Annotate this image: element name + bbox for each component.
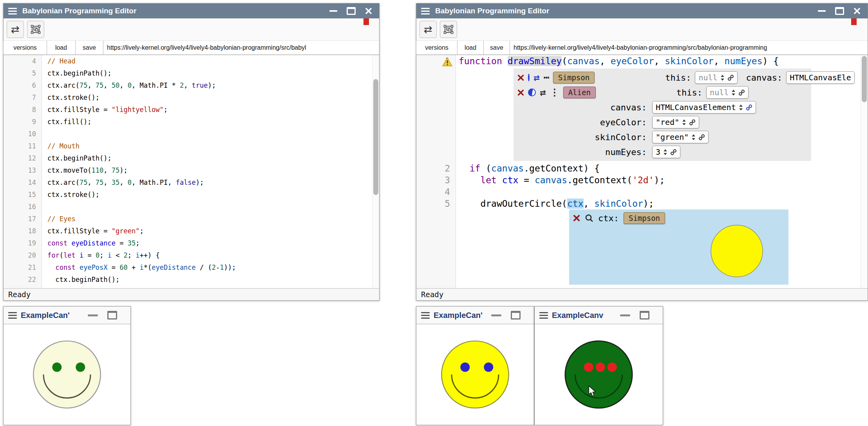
code-line[interactable]: 20for(let i = 0; i < 2; i++) { — [4, 249, 379, 262]
delete-example-icon[interactable] — [517, 74, 524, 81]
swap-arrows-button[interactable]: ⇄ — [420, 21, 437, 38]
url-field[interactable]: https://lively-kernel.org/lively4/lively… — [103, 41, 379, 55]
code-line[interactable]: 12ctx.beginPath(); — [4, 152, 379, 164]
code-line[interactable]: 15ctx.stroke(); — [4, 189, 379, 201]
more-options-icon[interactable]: ⋯ — [544, 73, 549, 82]
warning-icon[interactable] — [442, 57, 452, 67]
maximize-button[interactable] — [347, 7, 356, 15]
this-value-widget[interactable]: null — [706, 86, 749, 99]
spinner-icon[interactable] — [663, 149, 667, 155]
code-line[interactable]: 3 let ctx = canvas.getContext('2d'); — [416, 174, 868, 186]
maximize-button[interactable] — [511, 311, 521, 320]
close-button[interactable] — [365, 7, 372, 14]
hamburger-icon[interactable] — [421, 312, 430, 319]
title-bar[interactable]: Babylonian Programming Editor — [416, 4, 868, 18]
group-select-button[interactable] — [440, 21, 457, 38]
hamburger-icon[interactable] — [421, 8, 430, 14]
title-bar[interactable]: ExampleCan' — [416, 307, 534, 324]
code-line[interactable]: 16 — [4, 201, 379, 213]
example-toggle-icon[interactable] — [528, 88, 536, 96]
example-toggle-icon[interactable] — [528, 74, 530, 81]
load-button[interactable]: load — [47, 41, 76, 55]
link-icon[interactable] — [698, 134, 705, 141]
minimize-button[interactable] — [620, 314, 630, 316]
scrollbar-thumb[interactable] — [373, 79, 378, 195]
code-line[interactable]: 22 ctx.beginPath(); — [4, 274, 379, 286]
link-icon[interactable] — [727, 74, 734, 81]
hamburger-icon[interactable] — [8, 312, 17, 319]
code-line[interactable]: 4 — [416, 186, 868, 198]
code-line[interactable]: 21 const eyePosX = 60 + i*(eyeDistance /… — [4, 262, 379, 274]
minimize-button[interactable] — [818, 10, 826, 12]
url-field[interactable]: https://lively-kernel.org/lively4/lively… — [510, 41, 868, 55]
load-button[interactable]: load — [457, 41, 484, 55]
code-line[interactable]: 17// Eyes — [4, 213, 379, 225]
code-line[interactable]: 9ctx.fill(); — [4, 116, 379, 128]
trace-arrows-icon[interactable]: ⇄ — [533, 72, 540, 83]
this-value-widget[interactable]: null — [695, 71, 737, 84]
maximize-button[interactable] — [835, 7, 844, 15]
link-icon[interactable] — [670, 149, 677, 155]
maximize-button[interactable] — [640, 311, 649, 320]
code-line[interactable]: 11// Mouth — [4, 140, 379, 152]
example-badge-simpson[interactable]: Simpson — [553, 72, 595, 83]
param-value-widget[interactable]: "green" — [652, 131, 709, 143]
code-line[interactable]: 19const eyeDistance = 35; — [4, 237, 379, 249]
code-line[interactable]: 2 if (canvas.getContext) { — [416, 162, 868, 174]
swap-arrows-button[interactable]: ⇄ — [7, 21, 24, 38]
spinner-icon[interactable] — [731, 89, 736, 96]
code-line[interactable]: 4// Head — [4, 55, 379, 67]
minimize-button[interactable] — [88, 314, 98, 316]
hamburger-icon[interactable] — [539, 312, 548, 319]
spinner-icon[interactable] — [720, 74, 725, 81]
scrollbar-track[interactable] — [372, 55, 379, 288]
canvas-value-widget[interactable]: HTMLCanvasEle — [786, 71, 855, 84]
code-line[interactable]: 18ctx.fillStyle = "green"; — [4, 225, 379, 237]
code-line[interactable]: 7ctx.stroke(); — [4, 92, 379, 104]
probe-badge-simpson[interactable]: Simpson — [624, 212, 665, 224]
minimize-button[interactable] — [491, 314, 501, 316]
code-line[interactable]: 8ctx.fillStyle = "lightyellow"; — [4, 104, 379, 116]
code-line[interactable]: 13ctx.moveTo(110, 75); — [4, 164, 379, 177]
versions-button[interactable]: versions — [3, 41, 47, 55]
link-icon[interactable] — [689, 119, 696, 126]
code-line[interactable]: 5ctx.beginPath(); — [4, 67, 379, 79]
code-line[interactable]: 6ctx.arc(75, 75, 50, 0, Math.PI * 2, tru… — [4, 79, 379, 92]
example-badge-alien[interactable]: Alien — [563, 87, 596, 98]
scrollbar-track[interactable] — [861, 55, 868, 288]
param-value-widget[interactable]: HTMLCanvasElement — [652, 101, 756, 114]
delete-example-icon[interactable] — [517, 89, 524, 96]
close-button[interactable] — [854, 7, 861, 14]
group-select-button[interactable] — [27, 21, 44, 38]
code-line[interactable]: 1function drawSmiley(canvas, eyeColor, s… — [416, 55, 868, 67]
title-bar[interactable]: Babylonian Programming Editor — [4, 4, 379, 18]
param-value-widget[interactable]: "red" — [652, 116, 699, 128]
spinner-icon[interactable] — [682, 119, 686, 126]
link-icon[interactable] — [738, 89, 745, 96]
code-editor[interactable]: 4// Head5ctx.beginPath();6ctx.arc(75, 75… — [4, 55, 379, 288]
param-label: numEyes: — [517, 147, 647, 157]
param-value-widget[interactable]: 3 — [652, 146, 680, 158]
minimize-button[interactable] — [329, 10, 337, 12]
param-value: HTMLCanvasElement — [656, 103, 736, 112]
trace-arrows-icon[interactable]: ⇄ — [540, 87, 546, 97]
maximize-button[interactable] — [107, 311, 117, 320]
save-button[interactable]: save — [75, 41, 103, 55]
save-button[interactable]: save — [483, 41, 510, 55]
title-bar[interactable]: ExampleCanv — [535, 307, 663, 324]
code-text: function drawSmiley(canvas, eyeColor, sk… — [456, 55, 779, 67]
magnifier-icon[interactable] — [585, 214, 593, 222]
more-options-icon[interactable]: ⋮ — [550, 88, 559, 97]
spinner-icon[interactable] — [691, 134, 696, 141]
delete-probe-icon[interactable] — [573, 215, 580, 222]
hamburger-icon[interactable] — [8, 8, 17, 14]
code-line[interactable]: 10 — [4, 128, 379, 140]
versions-button[interactable]: versions — [416, 41, 458, 55]
code-line[interactable]: 14ctx.arc(75, 75, 35, 0, Math.PI, false)… — [4, 177, 379, 189]
code-editor[interactable]: 1function drawSmiley(canvas, eyeColor, s… — [416, 55, 868, 288]
title-bar[interactable]: ExampleCan' — [4, 307, 130, 324]
spinner-icon[interactable] — [739, 104, 743, 111]
link-icon[interactable] — [746, 104, 752, 111]
scrollbar-thumb[interactable] — [862, 56, 867, 102]
code-line[interactable]: 5 drawOuterCircle(ctx, skinColor); — [416, 198, 868, 209]
